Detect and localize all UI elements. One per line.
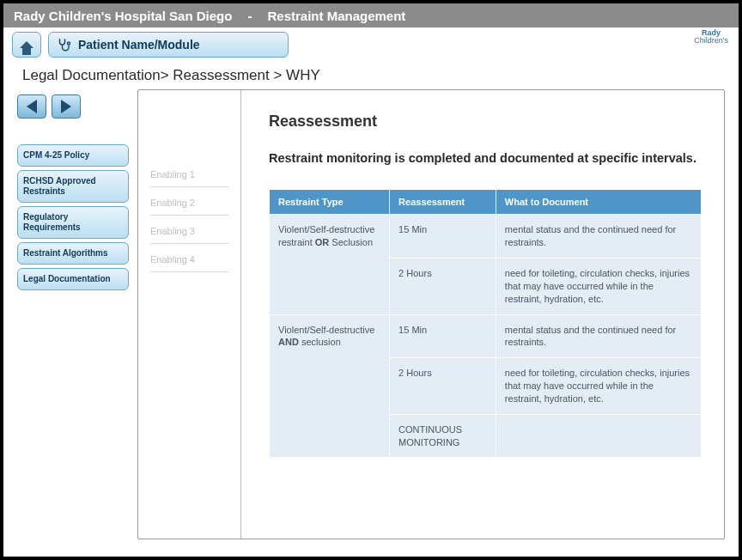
doc-title: Reassessment	[269, 113, 702, 131]
titlebar-org: Rady Children's Hospital San Diego	[14, 9, 232, 23]
sidebar-label: Legal Documentation	[23, 274, 111, 283]
enabling-column: Enabling 1 Enabling 2 Enabling 3 Enablin…	[138, 90, 241, 539]
cell-doc	[496, 414, 701, 458]
cell-interval: 2 Hours	[390, 358, 496, 415]
sidebar-item-cpm-policy[interactable]: CPM 4-25 Policy	[17, 144, 129, 167]
enabling-label: Enabling 2	[150, 198, 195, 208]
sidebar-item-approved-restraints[interactable]: RCHSD Approved Restraints	[17, 170, 129, 203]
enabling-item-2[interactable]: Enabling 2	[150, 187, 228, 216]
brand-line2: Children's	[694, 36, 728, 45]
app-frame: Rady Children's Hospital San Diego - Res…	[0, 0, 742, 560]
patient-label: Patient Name/Module	[78, 38, 200, 52]
next-button[interactable]	[52, 94, 81, 119]
left-column: CPM 4-25 Policy RCHSD Approved Restraint…	[17, 89, 129, 539]
cell-interval: 2 Hours	[390, 258, 496, 314]
cell-type: Violent/Self-destructive AND seclusion	[270, 314, 390, 458]
sidebar-label: Restraint Algorithms	[23, 248, 108, 258]
content-row: CPM 4-25 Policy RCHSD Approved Restraint…	[3, 89, 739, 553]
breadcrumb: Legal Documentation> Reassessment > WHY	[3, 58, 739, 89]
cell-interval: 15 Min	[390, 314, 496, 358]
reassessment-table: Restraint Type Reassessment What to Docu…	[269, 189, 702, 458]
sidebar-label: RCHSD Approved Restraints	[23, 176, 96, 196]
cell-type: Violent/Self-destructive restraint OR Se…	[270, 215, 390, 314]
cell-interval: 15 Min	[390, 215, 496, 259]
titlebar: Rady Children's Hospital San Diego - Res…	[3, 3, 739, 27]
enabling-item-3[interactable]: Enabling 3	[150, 216, 228, 244]
cell-doc: mental status and the continued need for…	[496, 314, 701, 358]
sidebar-label: Regulatory Requirements	[23, 212, 81, 232]
titlebar-section: Restraint Management	[267, 9, 405, 23]
sidebar-item-regulatory[interactable]: Regulatory Requirements	[17, 206, 129, 239]
enabling-item-1[interactable]: Enabling 1	[150, 159, 228, 187]
sidebar-item-algorithms[interactable]: Restraint Algorithms	[17, 242, 129, 265]
cell-doc: mental status and the continued need for…	[496, 215, 701, 259]
prev-button[interactable]	[17, 94, 46, 119]
table-row: Violent/Self-destructive restraint OR Se…	[270, 215, 702, 259]
th-type: Restraint Type	[270, 190, 390, 215]
nav-arrows	[17, 94, 129, 119]
breadcrumb-text: Legal Documentation> Reassessment > WHY	[22, 67, 320, 83]
doc-intro: Restraint monitoring is completed and do…	[269, 149, 702, 167]
th-what: What to Document	[496, 190, 701, 215]
type-prefix: Violent/Self-destructive	[278, 325, 374, 335]
patient-module-pill[interactable]: Patient Name/Module	[48, 32, 289, 58]
titlebar-sep: -	[247, 9, 252, 23]
type-bold: OR	[315, 237, 330, 247]
enabling-label: Enabling 3	[150, 226, 195, 236]
home-icon	[20, 41, 33, 48]
type-suffix: Seclusion	[329, 237, 373, 247]
navbar: Patient Name/Module Rady Children's	[3, 27, 739, 58]
cell-doc: need for toileting, circulation checks, …	[496, 258, 701, 314]
th-reassessment: Reassessment	[390, 190, 496, 215]
enabling-label: Enabling 4	[150, 254, 195, 265]
home-button[interactable]	[12, 32, 41, 58]
type-suffix: seclusion	[299, 337, 341, 347]
sidebar-label: CPM 4-25 Policy	[23, 150, 89, 160]
table-row: Violent/Self-destructive AND seclusion 1…	[270, 314, 702, 358]
brand-logo: Rady Children's	[694, 29, 728, 45]
cell-interval: CONTINUOUS MONITORING	[390, 414, 496, 458]
enabling-label: Enabling 1	[150, 169, 195, 180]
type-bold: AND	[278, 337, 299, 347]
arrow-left-icon	[27, 100, 37, 113]
enabling-item-4[interactable]: Enabling 4	[150, 244, 228, 272]
stethoscope-icon	[56, 37, 71, 52]
sidebar-item-legal-docs[interactable]: Legal Documentation	[17, 268, 129, 290]
main-panel: Enabling 1 Enabling 2 Enabling 3 Enablin…	[137, 89, 725, 539]
cell-doc: need for toileting, circulation checks, …	[496, 358, 701, 415]
svg-point-0	[68, 42, 70, 45]
arrow-right-icon	[61, 100, 71, 113]
document-column: Reassessment Restraint monitoring is com…	[241, 90, 724, 539]
